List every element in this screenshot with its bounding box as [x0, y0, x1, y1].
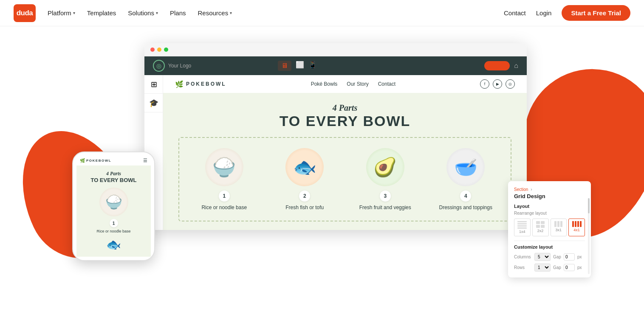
bowl-item-4: 🥣 4 Dressings and toppings	[427, 144, 505, 215]
layout-option-2x2[interactable]: 2x2	[532, 219, 549, 236]
website-brand-name: POKEBOWL	[186, 81, 226, 87]
editor-logo-text: Your Logo	[168, 63, 191, 69]
layout-option-3x1[interactable]: 3x1	[551, 219, 567, 236]
bowl-item-3: 🥑 3 Fresh fruit and veggies	[346, 144, 424, 215]
chevron-down-icon: ▾	[156, 11, 158, 15]
mobile-mockup: 🌿 POKEBOWL ☰ 4 Parts TO EVERY BOWL 🍚 1 R…	[72, 151, 155, 261]
nav-item-platform[interactable]: Platform▾	[48, 9, 75, 17]
editor-right-actions: ⌂	[484, 61, 518, 70]
layout-options-grid: 1x4 2x2 3x1	[514, 219, 585, 236]
breadcrumb-section: Section	[514, 187, 528, 192]
dots-decoration	[553, 86, 606, 105]
duda-logo[interactable]: duda	[14, 4, 36, 22]
bowl-grid: 🍚 1 Rice or noodle base 🐟 2 Fresh fish o…	[178, 137, 511, 221]
bowl-item-4-number: 4	[460, 191, 471, 202]
nav-item-plans[interactable]: Plans	[170, 9, 186, 17]
panel-scrollbar-thumb	[588, 198, 590, 213]
section-title-main: TO EVERY BOWL	[178, 113, 511, 129]
nav-link-poke[interactable]: Poké Bowls	[311, 81, 338, 87]
website-preview-wrapper: ⊞ 🎓 🌿 POKEBOWL Poké Bowls Our Story	[144, 75, 527, 230]
mobile-brand: 🌿 POKEBOWL	[80, 158, 111, 163]
mobile-leaf-icon: 🌿	[80, 158, 85, 163]
customize-section-label: Customize layout	[514, 244, 585, 249]
rows-row: Rows 123 Gap px	[514, 263, 585, 272]
mobile-menu-icon[interactable]: ☰	[143, 158, 147, 163]
panel-scrollbar[interactable]	[588, 198, 590, 274]
rice-food-image: 🍚	[205, 148, 243, 186]
logo-circle: ◎	[153, 60, 165, 72]
instagram-icon[interactable]: ◎	[506, 79, 515, 89]
layout-option-4x1[interactable]: 4x1	[568, 219, 585, 236]
login-link[interactable]: Login	[536, 9, 552, 17]
nav-link-contact[interactable]: Contact	[378, 81, 395, 87]
graduation-icon[interactable]: 🎓	[144, 94, 163, 112]
mobile-device-icon[interactable]: 📱	[308, 61, 317, 71]
col-gap-unit: px	[577, 255, 582, 259]
nav-item-resources[interactable]: Resources▾	[198, 9, 232, 17]
mobile-topbar: 🌿 POKEBOWL ☰	[76, 156, 151, 165]
layout-section-label: Layout	[514, 204, 585, 209]
col-gap-input[interactable]	[564, 253, 575, 261]
bowl-item-2-number: 2	[299, 191, 310, 202]
columns-select[interactable]: 54321	[534, 253, 551, 261]
bowl-item-3-label: Fresh fruit and veggies	[359, 205, 411, 210]
layout-option-1x4[interactable]: 1x4	[514, 219, 531, 236]
editor-toolbar: ◎ Your Logo 🖥 ⬜ 📱 ⌂	[144, 56, 527, 75]
nav-right: Contact Login Start a Free Trial	[504, 5, 630, 21]
nav-items: Platform▾ Templates Solutions▾ Plans Res…	[48, 9, 504, 17]
nav-item-templates[interactable]: Templates	[87, 9, 116, 17]
website-nav-links: Poké Bowls Our Story Contact	[311, 81, 395, 87]
nav-item-solutions[interactable]: Solutions▾	[128, 9, 158, 17]
col-gap-label: Gap	[553, 255, 561, 259]
device-selector: 🖥 ⬜ 📱	[278, 61, 317, 71]
layout-2x2-label: 2x2	[537, 229, 544, 233]
bowl-item-2-label: Fresh fish or tofu	[285, 205, 324, 210]
website-navbar: 🌿 POKEBOWL Poké Bowls Our Story Contact …	[163, 75, 527, 93]
mobile-title-script: 4 Parts	[81, 171, 147, 177]
mobile-rice-item: 🍚 1 Rice or noodle base	[81, 188, 147, 233]
columns-row: Columns 54321 Gap px	[514, 253, 585, 261]
nav-link-story[interactable]: Our Story	[347, 81, 368, 87]
layers-icon[interactable]: ⊞	[144, 75, 163, 94]
browser-dot-yellow	[157, 48, 161, 52]
website-brand: 🌿 POKEBOWL	[175, 80, 226, 88]
desktop-device-icon[interactable]: 🖥	[278, 61, 291, 71]
layout-1x4-label: 1x4	[519, 230, 525, 234]
contact-link[interactable]: Contact	[504, 9, 526, 17]
rows-select[interactable]: 123	[534, 263, 551, 272]
mobile-fish-preview: 🐟	[81, 238, 147, 252]
tablet-device-icon[interactable]: ⬜	[296, 61, 304, 71]
browser-dot-green	[164, 48, 168, 52]
mobile-content: 4 Parts TO EVERY BOWL 🍚 1 Rice or noodle…	[76, 165, 151, 257]
layout-3x1-label: 3x1	[556, 228, 562, 232]
bowl-item-1-number: 1	[219, 191, 230, 202]
facebook-icon[interactable]: f	[480, 79, 489, 89]
fish-food-image: 🐟	[285, 148, 324, 186]
row-gap-input[interactable]	[564, 264, 575, 271]
mobile-rice-image: 🍚	[99, 188, 128, 216]
bowl-item-1: 🍚 1 Rice or noodle base	[185, 144, 263, 215]
hero-section: // Will be rendered via inline approach …	[0, 26, 644, 311]
preview-button[interactable]	[484, 61, 510, 70]
social-icons: f ▶ ◎	[480, 79, 515, 89]
row-gap-label: Gap	[553, 265, 561, 270]
bowl-item-1-label: Rice or noodle base	[201, 205, 247, 210]
rearrange-label: Rearrange layout	[514, 211, 585, 216]
browser-bar	[144, 43, 527, 56]
bowl-item-2: 🐟 2 Fresh fish or tofu	[266, 144, 344, 215]
main-nav: duda Platform▾ Templates Solutions▾ Plan…	[0, 0, 644, 26]
section-title-script: 4 Parts	[178, 103, 511, 113]
website-content-area: 🌿 POKEBOWL Poké Bowls Our Story Contact …	[163, 75, 527, 230]
start-free-trial-button[interactable]: Start a Free Trial	[562, 5, 630, 21]
editor-logo: ◎ Your Logo	[153, 60, 191, 72]
brand-leaf-icon: 🌿	[175, 80, 184, 88]
chevron-down-icon: ▾	[230, 11, 232, 15]
mobile-title-main: TO EVERY BOWL	[81, 177, 147, 183]
chevron-down-icon: ▾	[73, 11, 75, 15]
panel-divider	[514, 241, 585, 241]
home-icon[interactable]: ⌂	[514, 62, 518, 70]
breadcrumb-arrow: ›	[531, 187, 532, 192]
youtube-icon[interactable]: ▶	[493, 79, 502, 89]
columns-label: Columns	[514, 255, 532, 259]
bowl-item-4-label: Dressings and toppings	[439, 205, 492, 210]
